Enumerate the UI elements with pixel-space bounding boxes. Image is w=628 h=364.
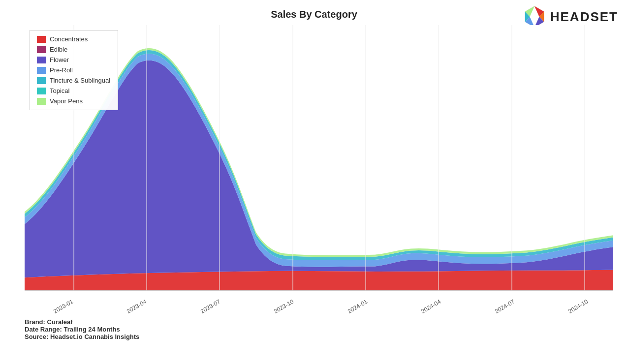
date-range-value: Trailing 24 Months <box>63 326 120 333</box>
brand-value: Curaleaf <box>47 318 73 326</box>
svg-point-1 <box>531 14 537 20</box>
chart-header: Sales By Category HEADSET <box>0 0 628 25</box>
logo-text: HEADSET <box>550 9 618 25</box>
legend-item-edible: Edible <box>37 46 111 53</box>
date-range-label: Date Range: <box>25 326 62 333</box>
source-value: Headset.io Cannabis Insights <box>50 333 139 340</box>
legend-item-preroll: Pre-Roll <box>37 66 111 74</box>
legend-label-vapor: Vapor Pens <box>50 97 83 105</box>
legend-label-flower: Flower <box>50 56 69 63</box>
legend-item-concentrates: Concentrates <box>37 35 111 43</box>
legend-swatch-edible <box>37 46 46 53</box>
legend-label-edible: Edible <box>50 46 67 53</box>
legend-item-topical: Topical <box>37 87 111 94</box>
legend-swatch-topical <box>37 88 46 94</box>
legend-label-concentrates: Concentrates <box>50 35 88 43</box>
xaxis-label-2: 2023-07 <box>199 298 221 315</box>
legend-swatch-preroll <box>37 67 46 74</box>
chart-legend: Concentrates Edible Flower Pre-Roll Tinc… <box>30 30 118 110</box>
legend-item-flower: Flower <box>37 56 111 63</box>
page-container: Sales By Category HEADSET Concentrates <box>0 0 628 364</box>
legend-swatch-flower <box>37 57 46 63</box>
xaxis-label-3: 2023-10 <box>273 298 295 315</box>
legend-item-tincture: Tincture & Sublingual <box>37 77 111 84</box>
xaxis-label-1: 2023-04 <box>126 298 148 315</box>
legend-label-preroll: Pre-Roll <box>50 66 73 74</box>
footer-source: Source: Headset.io Cannabis Insights <box>25 333 603 340</box>
legend-swatch-vapor <box>37 98 46 105</box>
chart-footer: Brand: Curaleaf Date Range: Trailing 24 … <box>0 315 628 343</box>
legend-label-tincture: Tincture & Sublingual <box>50 77 110 84</box>
footer-date-range: Date Range: Trailing 24 Months <box>25 326 603 333</box>
xaxis-label-7: 2024-10 <box>567 298 589 315</box>
legend-item-vapor: Vapor Pens <box>37 97 111 105</box>
brand-label: Brand: <box>25 318 45 326</box>
legend-swatch-concentrates <box>37 36 46 43</box>
xaxis-label-6: 2024-07 <box>494 298 516 315</box>
source-label: Source: <box>25 333 48 340</box>
xaxis-label-5: 2024-04 <box>420 298 442 315</box>
footer-brand: Brand: Curaleaf <box>25 318 603 326</box>
xaxis-label-4: 2024-01 <box>346 298 369 315</box>
chart-area: Concentrates Edible Flower Pre-Roll Tinc… <box>25 25 613 301</box>
xaxis-label-0: 2023-01 <box>52 298 74 315</box>
legend-label-topical: Topical <box>50 87 69 94</box>
legend-swatch-tincture <box>37 77 46 84</box>
